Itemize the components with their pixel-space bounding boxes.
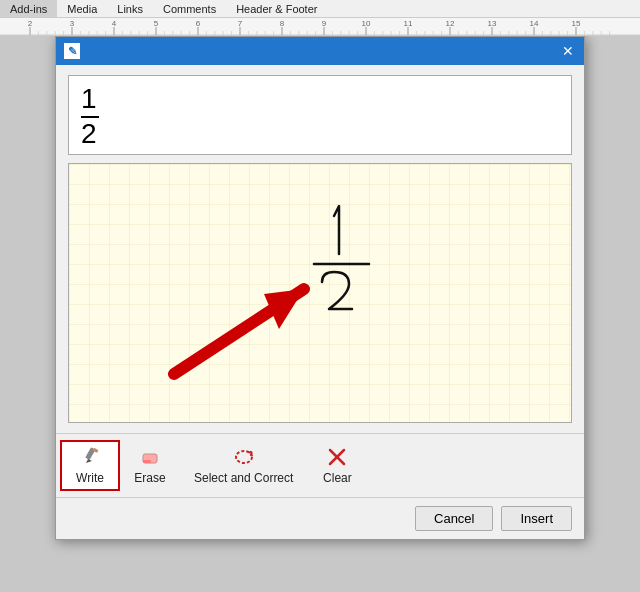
menu-header-footer[interactable]: Header & Footer [226, 0, 327, 17]
menu-bar: Add-ins Media Links Comments Header & Fo… [0, 0, 640, 18]
menu-media[interactable]: Media [57, 0, 107, 17]
write-tool-button[interactable]: Write [60, 440, 120, 491]
toolbar: Write Erase Select and Correct [56, 433, 584, 497]
dialog: ✎ ✕ 1 2 [55, 36, 585, 540]
title-bar: ✎ ✕ [56, 37, 584, 65]
fraction-numerator: 1 [81, 84, 97, 115]
svg-text:14: 14 [530, 19, 539, 28]
select-correct-tool-label: Select and Correct [194, 471, 293, 485]
drawing-canvas[interactable] [68, 163, 572, 423]
dialog-body: 1 2 [56, 65, 584, 433]
svg-text:12: 12 [446, 19, 455, 28]
select-correct-tool-button[interactable]: Select and Correct [180, 440, 307, 491]
write-tool-label: Write [76, 471, 104, 485]
fraction-preview: 1 2 [81, 84, 99, 150]
dialog-footer: Cancel Insert [56, 497, 584, 539]
svg-text:3: 3 [70, 19, 75, 28]
menu-addins[interactable]: Add-ins [0, 0, 57, 17]
svg-text:7: 7 [238, 19, 243, 28]
svg-text:5: 5 [154, 19, 159, 28]
ruler: 23456789101112131415 [0, 18, 640, 36]
clear-tool-button[interactable]: Clear [307, 440, 367, 491]
svg-text:2: 2 [28, 19, 33, 28]
svg-marker-90 [86, 459, 92, 463]
menu-comments[interactable]: Comments [153, 0, 226, 17]
svg-text:9: 9 [322, 19, 327, 28]
svg-text:6: 6 [196, 19, 201, 28]
cancel-button[interactable]: Cancel [415, 506, 493, 531]
select-correct-icon [233, 446, 255, 468]
fraction-denominator: 2 [81, 119, 97, 150]
clear-icon [326, 446, 348, 468]
svg-text:15: 15 [572, 19, 581, 28]
insert-button[interactable]: Insert [501, 506, 572, 531]
erase-icon [139, 446, 161, 468]
close-button[interactable]: ✕ [560, 44, 576, 58]
svg-rect-93 [143, 460, 151, 463]
svg-text:8: 8 [280, 19, 285, 28]
title-bar-icon: ✎ [64, 43, 80, 59]
svg-text:4: 4 [112, 19, 117, 28]
svg-text:10: 10 [362, 19, 371, 28]
erase-tool-button[interactable]: Erase [120, 440, 180, 491]
svg-text:13: 13 [488, 19, 497, 28]
menu-links[interactable]: Links [107, 0, 153, 17]
erase-tool-label: Erase [134, 471, 165, 485]
svg-text:11: 11 [404, 19, 413, 28]
svg-rect-86 [69, 164, 571, 422]
clear-tool-label: Clear [323, 471, 352, 485]
write-icon [79, 446, 101, 468]
preview-box: 1 2 [68, 75, 572, 155]
